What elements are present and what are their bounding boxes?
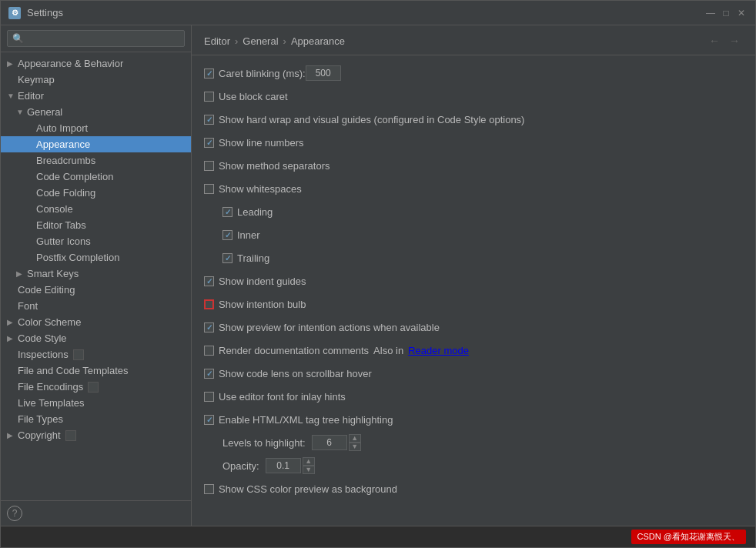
sidebar-item-console[interactable]: Console <box>1 201 191 217</box>
checkbox-method-separators[interactable] <box>204 161 214 171</box>
tree-arrow-icon: ▶ <box>7 59 15 68</box>
checkbox-caret-blinking[interactable] <box>204 68 214 79</box>
sidebar-item-label: Copyright <box>18 429 61 441</box>
breadcrumb-editor: Editor <box>204 35 230 47</box>
sidebar-item-label: Appearance & Behavior <box>18 58 123 69</box>
sidebar-item-appearance[interactable]: Appearance <box>1 136 191 152</box>
setting-row-code-lens: Show code lens on scrollbar hover <box>204 365 743 382</box>
sidebar-item-label: Breadcrumbs <box>36 155 95 166</box>
sidebar-item-editor[interactable]: ▼Editor <box>1 88 191 104</box>
sidebar-item-inspections[interactable]: Inspections <box>1 346 191 363</box>
checkbox-wrap: Trailing <box>222 252 269 264</box>
sidebar-item-label: Editor Tabs <box>36 219 86 231</box>
sidebar-item-gutter-icons[interactable]: Gutter Icons <box>1 233 191 249</box>
spinner-down-opacity[interactable]: ▼ <box>303 466 315 474</box>
sidebar-item-postfix-completion[interactable]: Postfix Completion <box>1 249 191 266</box>
spinner-wrap-levels-highlight: ▲▼ <box>312 434 361 451</box>
close-button[interactable]: ✕ <box>735 7 748 19</box>
sidebar-item-file-types[interactable]: File Types <box>1 411 191 427</box>
sidebar-item-keymap[interactable]: Keymap <box>1 72 191 88</box>
checkbox-preview-intention[interactable] <box>204 322 214 332</box>
checkbox-html-xml[interactable] <box>204 415 214 425</box>
breadcrumb-general: General <box>243 35 278 47</box>
sidebar-item-color-scheme[interactable]: ▶Color Scheme <box>1 314 191 330</box>
spinner-up-levels-highlight[interactable]: ▲ <box>349 434 361 443</box>
checkbox-hard-wrap[interactable] <box>204 115 214 125</box>
setting-row-trailing: Trailing <box>204 249 743 266</box>
breadcrumb: Editor › General › Appearance <box>204 35 345 47</box>
sidebar-item-smart-keys[interactable]: ▶Smart Keys <box>1 266 191 282</box>
checkbox-code-lens[interactable] <box>204 369 214 379</box>
checkbox-css-color[interactable] <box>204 484 214 494</box>
checkbox-wrap: Use block caret <box>204 91 288 102</box>
maximize-button[interactable]: □ <box>720 7 732 19</box>
sidebar-item-code-folding[interactable]: Code Folding <box>1 185 191 201</box>
sidebar-item-file-encodings[interactable]: File Encodings <box>1 379 191 395</box>
spinner-input-levels-highlight[interactable] <box>312 435 347 450</box>
checkbox-editor-font[interactable] <box>204 392 214 402</box>
checkbox-leading[interactable] <box>222 207 232 217</box>
sidebar-item-label: Postfix Completion <box>36 252 119 263</box>
help-button[interactable]: ? <box>7 506 22 521</box>
label-inner: Inner <box>237 229 260 241</box>
label-intention-bulb: Show intention bulb <box>219 299 306 310</box>
minimize-button[interactable]: — <box>704 7 717 19</box>
sidebar-item-icon <box>88 382 99 393</box>
checkbox-wrap: Enable HTML/XML tag tree highlighting <box>204 414 393 426</box>
checkbox-inner[interactable] <box>222 230 232 240</box>
label-html-xml: Enable HTML/XML tag tree highlighting <box>219 414 393 426</box>
sidebar-item-label: Color Scheme <box>18 316 81 328</box>
sidebar-item-code-style[interactable]: ▶Code Style <box>1 330 191 346</box>
spinner-input-opacity[interactable] <box>266 458 301 473</box>
input-caret-blinking[interactable] <box>306 65 341 81</box>
checkbox-indent-guides[interactable] <box>204 276 214 286</box>
sidebar-item-editor-tabs[interactable]: Editor Tabs <box>1 217 191 233</box>
main-header: Editor › General › Appearance ← → <box>192 25 755 55</box>
sidebar-item-label: Code Completion <box>36 171 113 182</box>
checkbox-wrap: Caret blinking (ms): <box>204 68 306 79</box>
checkbox-wrap: Render documentation comments Also in Re… <box>204 345 469 356</box>
checkbox-intention-bulb[interactable] <box>204 299 214 309</box>
sidebar-item-icon <box>73 349 84 360</box>
checkbox-trailing[interactable] <box>222 253 232 263</box>
spinner-down-levels-highlight[interactable]: ▼ <box>349 443 361 451</box>
label-preview-intention: Show preview for intention actions when … <box>219 322 440 333</box>
spinner-up-opacity[interactable]: ▲ <box>303 457 315 466</box>
link-render-docs[interactable]: Reader mode <box>408 345 469 356</box>
sidebar-item-label: Keymap <box>18 74 55 85</box>
label-line-numbers: Show line numbers <box>219 137 304 149</box>
checkbox-block-caret[interactable] <box>204 92 214 102</box>
checkbox-whitespaces[interactable] <box>204 184 214 194</box>
checkbox-wrap: Leading <box>222 206 273 218</box>
sidebar-item-file-code-templates[interactable]: File and Code Templates <box>1 363 191 379</box>
sidebar-item-font[interactable]: Font <box>1 298 191 314</box>
back-arrow[interactable]: ← <box>706 33 723 48</box>
setting-row-line-numbers: Show line numbers <box>204 134 743 151</box>
sidebar-item-general[interactable]: ▼General <box>1 104 191 120</box>
settings-tree: ▶Appearance & BehaviorKeymap▼Editor▼Gene… <box>1 52 191 500</box>
sidebar-item-copyright[interactable]: ▶Copyright <box>1 427 191 443</box>
sidebar-item-appearance-behavior[interactable]: ▶Appearance & Behavior <box>1 55 191 72</box>
search-input[interactable] <box>7 30 185 47</box>
breadcrumb-appearance: Appearance <box>291 35 345 47</box>
forward-arrow[interactable]: → <box>726 33 743 48</box>
label-whitespaces: Show whitespaces <box>219 183 302 195</box>
checkbox-line-numbers[interactable] <box>204 138 214 148</box>
tree-arrow-icon: ▶ <box>16 269 24 278</box>
sidebar-item-live-templates[interactable]: Live Templates <box>1 395 191 411</box>
settings-window: ⚙ Settings — □ ✕ ▶Appearance & BehaviorK… <box>0 0 756 548</box>
setting-row-inner: Inner <box>204 226 743 243</box>
label-method-separators: Show method separators <box>219 160 330 172</box>
sidebar-item-code-editing[interactable]: Code Editing <box>1 282 191 298</box>
checkbox-render-docs[interactable] <box>204 346 214 356</box>
setting-row-indent-guides: Show indent guides <box>204 272 743 289</box>
content-area: ▶Appearance & BehaviorKeymap▼Editor▼Gene… <box>1 25 755 526</box>
sidebar-item-breadcrumbs[interactable]: Breadcrumbs <box>1 152 191 169</box>
sidebar-item-auto-import[interactable]: Auto Import <box>1 120 191 136</box>
sidebar-item-label: Appearance <box>36 139 90 150</box>
label-leading: Leading <box>237 206 273 218</box>
sidebar-item-code-completion[interactable]: Code Completion <box>1 169 191 185</box>
spinners: ▲▼ <box>349 434 361 451</box>
tree-arrow-icon: ▶ <box>7 431 15 439</box>
label-caret-blinking: Caret blinking (ms): <box>219 68 306 79</box>
